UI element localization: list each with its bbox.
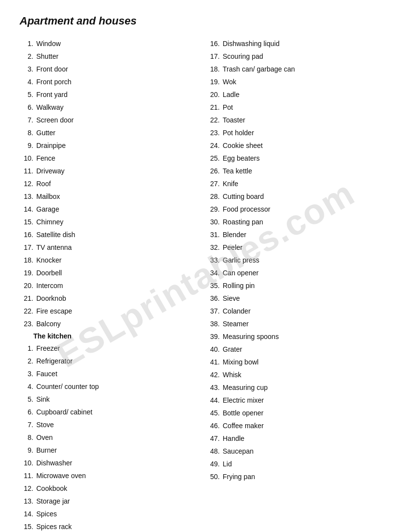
list-item: 32.Peeler	[206, 241, 391, 254]
list-item: 11.Microwave oven	[20, 469, 206, 482]
list-item: 1.Freezer	[20, 342, 206, 355]
list-item: 6.Cupboard/ cabinet	[20, 406, 206, 418]
list-item: 10.Dishwasher	[20, 457, 206, 469]
list-item: 38.Steamer	[206, 317, 391, 330]
list-item: 7.Stove	[20, 418, 206, 431]
list-item: 13.Mailbox	[20, 190, 206, 203]
list-item: 3.Faucet	[20, 367, 206, 380]
page-title: Apartment and houses	[20, 15, 391, 27]
list-item: 36.Sieve	[206, 292, 391, 305]
list-item: 4.Front porch	[20, 75, 206, 88]
list-item: 47.Handle	[206, 432, 391, 445]
list-item: 39.Measuring spoons	[206, 330, 391, 343]
list-item: 18.Trash can/ garbage can	[206, 63, 391, 75]
list-item: 25.Egg beaters	[206, 152, 391, 165]
list-item: 1.Window	[20, 37, 206, 50]
list-item: 34.Can opener	[206, 266, 391, 279]
list-item: 17.TV antenna	[20, 241, 206, 254]
list-item: 21.Pot	[206, 101, 391, 114]
list-item: 20.Intercom	[20, 279, 206, 292]
list-item: 2.Shutter	[20, 50, 206, 63]
list-item: 16.Dishwashing liquid	[206, 37, 391, 50]
list-item: 9.Drainpipe	[20, 139, 206, 152]
right-column: 16.Dishwashing liquid17.Scouring pad18.T…	[206, 37, 391, 532]
list-item: 19.Doorbell	[20, 266, 206, 279]
list-item: 43.Measuring cup	[206, 381, 391, 394]
list-item: 3.Front door	[20, 63, 206, 75]
kitchen-list: 1.Freezer2.Refrigerator3.Faucet4.Counter…	[20, 342, 206, 532]
list-item: 14.Garage	[20, 203, 206, 216]
left-column: 1.Window2.Shutter3.Front door4.Front por…	[20, 37, 206, 532]
list-item: 22.Toaster	[206, 114, 391, 126]
list-item: 33.Garlic press	[206, 254, 391, 266]
list-item: 5.Sink	[20, 393, 206, 406]
list-item: 24.Cookie sheet	[206, 139, 391, 152]
list-item: 22.Fire escape	[20, 305, 206, 317]
list-item: 5.Front yard	[20, 88, 206, 101]
list-item: 28.Cutting board	[206, 190, 391, 203]
list-item: 45.Bottle opener	[206, 407, 391, 419]
list-item: 46.Coffee maker	[206, 419, 391, 432]
list-item: 26.Tea kettle	[206, 165, 391, 177]
list-item: 29.Food processor	[206, 203, 391, 216]
list-item: 42.Whisk	[206, 368, 391, 381]
list-item: 7.Screen door	[20, 114, 206, 126]
list-item: 50.Frying pan	[206, 470, 391, 483]
list-item: 20.Ladle	[206, 88, 391, 101]
list-item: 23.Balcony	[20, 317, 206, 330]
list-item: 12.Roof	[20, 177, 206, 190]
list-item: 15.Spices rack	[20, 520, 206, 532]
list-item: 9.Burner	[20, 444, 206, 457]
list-item: 31.Blender	[206, 228, 391, 241]
list-item: 44.Electric mixer	[206, 394, 391, 407]
list-item: 49.Lid	[206, 458, 391, 470]
list-item: 6.Walkway	[20, 101, 206, 114]
list-item: 16.Satellite dish	[20, 228, 206, 241]
list-item: 11.Driveway	[20, 165, 206, 177]
kitchen-header: The kitchen	[20, 332, 206, 340]
list-item: 41.Mixing bowl	[206, 356, 391, 368]
list-item: 12.Cookbook	[20, 482, 206, 495]
list-item: 4.Counter/ counter top	[20, 380, 206, 393]
list-item: 13.Storage jar	[20, 495, 206, 508]
apartment-list: 1.Window2.Shutter3.Front door4.Front por…	[20, 37, 206, 330]
list-item: 19.Wok	[206, 75, 391, 88]
list-item: 18.Knocker	[20, 254, 206, 266]
list-item: 35.Rolling pin	[206, 279, 391, 292]
list-item: 23.Pot holder	[206, 126, 391, 139]
list-item: 15.Chimney	[20, 216, 206, 228]
list-item: 8.Gutter	[20, 126, 206, 139]
kitchen-items-list: 16.Dishwashing liquid17.Scouring pad18.T…	[206, 37, 391, 483]
list-item: 27.Knife	[206, 177, 391, 190]
list-item: 21.Doorknob	[20, 292, 206, 305]
list-item: 8.Oven	[20, 431, 206, 444]
list-item: 2.Refrigerator	[20, 355, 206, 367]
list-item: 30.Roasting pan	[206, 216, 391, 228]
list-item: 37.Colander	[206, 305, 391, 317]
list-item: 10.Fence	[20, 152, 206, 165]
list-item: 48.Saucepan	[206, 445, 391, 458]
list-item: 40.Grater	[206, 343, 391, 356]
list-item: 17.Scouring pad	[206, 50, 391, 63]
list-item: 14.Spices	[20, 508, 206, 520]
